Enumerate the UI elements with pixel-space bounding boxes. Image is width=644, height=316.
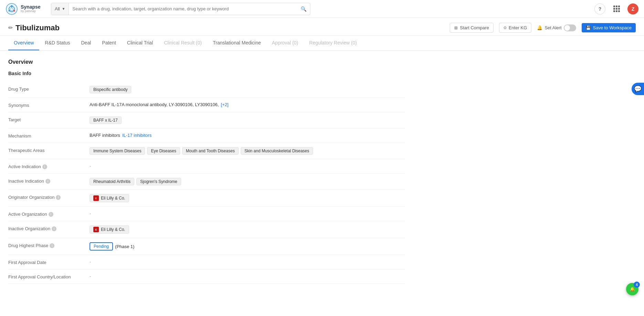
- enter-kg-label: Enter KG: [509, 25, 527, 30]
- drug-highest-phase-text: Drug Highest Phase: [8, 243, 48, 248]
- inactive-indication-row: Inactive Indication i Rheumatoid Arthrit…: [8, 174, 405, 190]
- overview-section-title: Overview: [8, 59, 405, 65]
- active-org-label: Active Organization i: [8, 211, 84, 217]
- inactive-org-text: Inactive Organization: [8, 226, 50, 231]
- set-alert-toggle[interactable]: 🔔 Set Alert: [537, 24, 576, 31]
- originator-org-label: Originator Organization i: [8, 194, 84, 200]
- filter-label: All: [55, 6, 60, 11]
- search-input[interactable]: [72, 6, 298, 11]
- tag-ra[interactable]: Rheumatoid Arthritis: [90, 178, 134, 185]
- svg-point-2: [11, 5, 13, 7]
- synapse-logo: [6, 3, 18, 15]
- grid-icon: [613, 5, 621, 13]
- logo-sub: by patsnap: [21, 10, 41, 13]
- drug-type-row: Drug Type Bispecific antibody: [8, 82, 405, 98]
- tag-immune[interactable]: Immune System Diseases: [90, 147, 145, 155]
- basic-info-title: Basic Info: [8, 71, 405, 76]
- title-actions: ⊞ Start Compare ⊙ Enter KG 🔔 Set Alert 💾…: [450, 23, 636, 33]
- tag-sjogren[interactable]: Sjogren's Syndrome: [136, 178, 181, 185]
- lilly-logo-icon: E: [93, 195, 99, 201]
- compare-icon: ⊞: [454, 26, 458, 30]
- synonyms-label: Synonyms: [8, 102, 84, 108]
- active-indication-row: Active Indication i -: [8, 159, 405, 174]
- drug-title-bar: ✏ Tibulizumab ⊞ Start Compare ⊙ Enter KG…: [0, 18, 644, 36]
- enter-kg-button[interactable]: ⊙ Enter KG: [499, 23, 531, 33]
- save-workspace-button[interactable]: 💾 Save to Workspace: [582, 23, 636, 32]
- drug-highest-phase-info-icon[interactable]: i: [50, 243, 54, 248]
- originator-org-text: Originator Organization: [8, 195, 54, 200]
- mechanism-il17[interactable]: IL-17 inhibitors: [122, 133, 152, 138]
- chevron-down-icon: ▼: [62, 7, 65, 11]
- inactive-indication-label: Inactive Indication i: [8, 178, 84, 184]
- active-org-text: Active Organization: [8, 212, 47, 217]
- synonyms-more-link[interactable]: [+2]: [221, 102, 228, 107]
- inactive-org-value: E Eli Lilly & Co.: [90, 225, 405, 234]
- kg-icon: ⊙: [503, 26, 507, 30]
- main-content: Overview Basic Info Drug Type Bispecific…: [0, 51, 413, 292]
- active-org-info-icon[interactable]: i: [49, 212, 53, 217]
- originator-org-tag[interactable]: E Eli Lilly & Co.: [90, 194, 129, 202]
- search-icon: 🔍: [301, 6, 307, 12]
- active-org-value: -: [90, 211, 405, 216]
- filter-dropdown[interactable]: All ▼: [51, 3, 69, 15]
- inactive-indication-value: Rheumatoid Arthritis Sjogren's Syndrome: [90, 178, 405, 185]
- toggle-switch[interactable]: [564, 24, 576, 31]
- chat-bubble-button[interactable]: 💬: [632, 83, 644, 95]
- tag-eye[interactable]: Eye Diseases: [147, 147, 180, 155]
- apps-grid-button[interactable]: [611, 3, 622, 14]
- tab-patent[interactable]: Patent: [96, 36, 121, 50]
- notification-badge[interactable]: 🔔 4: [626, 283, 638, 292]
- svg-point-0: [6, 3, 17, 14]
- inactive-indication-info-icon[interactable]: i: [45, 179, 50, 184]
- inactive-org-name: Eli Lilly & Co.: [101, 227, 125, 232]
- inactive-org-tag[interactable]: E Eli Lilly & Co.: [90, 225, 129, 234]
- drug-name: Tibulizumab: [15, 23, 60, 32]
- tab-clinical-trial[interactable]: Clinical Trial: [122, 36, 158, 50]
- target-row: Target BAFF x IL-17: [8, 112, 405, 129]
- drug-type-label: Drug Type: [8, 86, 84, 92]
- tag-mouth[interactable]: Mouth and Tooth Diseases: [182, 147, 239, 155]
- drug-highest-phase-value: Pending (Phase 1): [90, 242, 405, 251]
- help-button[interactable]: ?: [594, 3, 605, 14]
- start-compare-button[interactable]: ⊞ Start Compare: [450, 23, 494, 33]
- originator-org-name: Eli Lilly & Co.: [101, 196, 125, 201]
- tab-overview[interactable]: Overview: [8, 36, 39, 50]
- therapeutic-areas-value: Immune System Diseases Eye Diseases Mout…: [90, 147, 405, 155]
- target-tag[interactable]: BAFF x IL-17: [90, 116, 122, 124]
- originator-org-info-icon[interactable]: i: [56, 195, 61, 200]
- active-indication-value: -: [90, 163, 405, 169]
- active-indication-label: Active Indication i: [8, 163, 84, 169]
- tab-rd-status[interactable]: R&D Status: [39, 36, 75, 50]
- tab-deal[interactable]: Deal: [76, 36, 97, 50]
- mechanism-label: Mechanism: [8, 133, 84, 139]
- phase-pending-tag[interactable]: Pending: [90, 242, 113, 251]
- originator-org-value: E Eli Lilly & Co.: [90, 194, 405, 202]
- tab-translational-medicine[interactable]: Translational Medicine: [207, 36, 267, 50]
- tag-skin[interactable]: Skin and Musculoskeletal Diseases: [241, 147, 313, 155]
- bell-icon: 🔔: [537, 25, 542, 30]
- drug-name-area: ✏ Tibulizumab: [8, 23, 60, 32]
- first-approval-country-dash: -: [90, 274, 91, 279]
- start-compare-label: Start Compare: [460, 25, 489, 30]
- active-org-dash: -: [90, 211, 91, 216]
- logo-area: Synapse by patsnap: [6, 3, 47, 15]
- save-workspace-label: Save to Workspace: [593, 25, 632, 30]
- drug-type-tag: Bispecific antibody: [90, 86, 131, 93]
- app-header: Synapse by patsnap All ▼ 🔍 ? Z: [0, 0, 644, 18]
- drug-type-value: Bispecific antibody: [90, 86, 405, 93]
- notification-icon: 🔔: [630, 287, 635, 292]
- active-indication-info-icon[interactable]: i: [42, 164, 47, 169]
- first-approval-date-label: First Approval Date: [8, 259, 84, 265]
- target-value: BAFF x IL-17: [90, 116, 405, 124]
- first-approval-country-row: First Approval Country/Location -: [8, 269, 405, 284]
- user-avatar[interactable]: Z: [627, 3, 638, 14]
- inactive-org-label: Inactive Organization i: [8, 225, 84, 231]
- inactive-org-info-icon[interactable]: i: [52, 226, 56, 231]
- active-indication-dash: -: [90, 163, 91, 169]
- phase-detail: (Phase 1): [115, 244, 134, 249]
- header-right-actions: ? Z: [594, 3, 638, 14]
- set-alert-label: Set Alert: [544, 25, 561, 30]
- first-approval-date-value: -: [90, 259, 405, 264]
- lilly-inactive-logo-icon: E: [93, 227, 99, 232]
- nav-tabs: Overview R&D Status Deal Patent Clinical…: [0, 36, 644, 51]
